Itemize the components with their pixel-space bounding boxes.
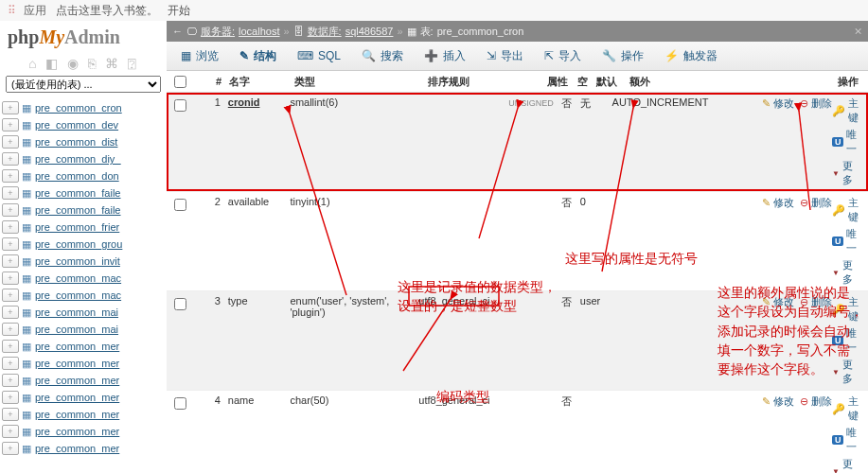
breadcrumb-db[interactable]: sql486587 xyxy=(345,26,394,37)
start-link[interactable]: 开始 xyxy=(168,3,190,19)
tree-item[interactable]: +▦pre_common_frier xyxy=(2,219,167,236)
column-name[interactable]: cronid xyxy=(228,96,260,108)
row-checkbox[interactable] xyxy=(174,99,186,112)
expand-icon[interactable]: + xyxy=(2,374,19,387)
primary-key-link[interactable]: 🔑主键 xyxy=(832,196,859,224)
edit-link[interactable]: ✎修改 xyxy=(762,394,794,409)
tree-item[interactable]: +▦pre_common_mer xyxy=(2,355,167,372)
expand-icon[interactable]: + xyxy=(2,203,19,217)
tree-item[interactable]: +▦pre_common_grou xyxy=(2,236,167,253)
expand-icon[interactable]: + xyxy=(2,152,19,166)
select-all-checkbox[interactable] xyxy=(174,76,186,88)
edit-link[interactable]: ✎修改 xyxy=(762,96,794,111)
tree-item[interactable]: +▦pre_common_mer xyxy=(2,372,167,389)
tree-item[interactable]: +▦pre_common_mai xyxy=(2,304,167,321)
drop-link[interactable]: ⊖删除 xyxy=(800,394,832,409)
header-name[interactable]: 名字 xyxy=(229,75,293,89)
header-extra[interactable]: 额外 xyxy=(629,75,736,89)
expand-icon[interactable]: + xyxy=(2,323,19,336)
recent-tables-select[interactable]: (最近使用的表) ... xyxy=(6,76,161,93)
tab-export[interactable]: ⇲导出 xyxy=(478,45,532,67)
drop-link[interactable]: ⊖删除 xyxy=(800,196,832,210)
unique-link[interactable]: U唯一 xyxy=(832,426,859,454)
row-checkbox[interactable] xyxy=(174,199,186,211)
unique-link[interactable]: U唯一 xyxy=(832,227,859,255)
nav-icons-row[interactable]: ⌂ ◧ ◉ ⎘ ⌘ ⍰ xyxy=(0,54,167,73)
tree-item[interactable]: +▦pre_common_dist xyxy=(2,133,167,150)
row-checkbox[interactable] xyxy=(174,397,186,410)
expand-icon[interactable]: + xyxy=(2,135,19,149)
tab-insert[interactable]: ➕插入 xyxy=(416,45,474,67)
apps-label[interactable]: 应用 xyxy=(24,3,46,19)
more-link[interactable]: ▼更多 xyxy=(832,358,859,386)
more-link[interactable]: ▼更多 xyxy=(832,159,859,187)
expand-icon[interactable]: + xyxy=(2,254,19,268)
header-type[interactable]: 类型 xyxy=(294,75,429,89)
tab-triggers[interactable]: ⚡触发器 xyxy=(656,45,726,67)
drop-link[interactable]: ⊖删除 xyxy=(800,96,832,111)
column-name[interactable]: type xyxy=(228,295,248,307)
bookmark-hint[interactable]: 点击这里导入书签。 xyxy=(56,3,158,19)
tree-item[interactable]: +▦pre_common_mer xyxy=(2,338,167,355)
column-name[interactable]: name xyxy=(228,394,255,406)
column-name[interactable]: available xyxy=(228,196,269,207)
expand-icon[interactable]: + xyxy=(2,306,19,319)
tab-sql[interactable]: ⌨SQL xyxy=(289,46,349,65)
more-link[interactable]: ▼更多 xyxy=(832,258,859,287)
expand-icon[interactable]: + xyxy=(2,272,19,285)
tree-item[interactable]: +▦pre_common_dev xyxy=(2,116,167,133)
header-default[interactable]: 默认 xyxy=(596,75,629,89)
expand-icon[interactable]: + xyxy=(2,340,19,353)
header-null[interactable]: 空 xyxy=(568,75,595,89)
expand-icon[interactable]: + xyxy=(2,237,19,251)
unique-link[interactable]: U唯一 xyxy=(832,326,859,355)
recent-tables-dropdown[interactable]: (最近使用的表) ... xyxy=(6,76,161,93)
primary-key-link[interactable]: 🔑主键 xyxy=(832,295,859,324)
tab-import[interactable]: ⇱导入 xyxy=(536,45,590,67)
tree-item[interactable]: +▦pre_common_mer xyxy=(2,406,167,423)
tab-search[interactable]: 🔍搜索 xyxy=(353,45,412,67)
primary-key-link[interactable]: 🔑主键 xyxy=(832,96,859,125)
expand-icon[interactable]: + xyxy=(2,220,19,234)
expand-icon[interactable]: + xyxy=(2,357,19,370)
tree-item[interactable]: +▦pre_common_mer xyxy=(2,440,167,457)
more-link[interactable]: ▼更多 xyxy=(832,457,859,473)
tree-item[interactable]: +▦pre_common_invit xyxy=(2,253,167,270)
unique-link[interactable]: U唯一 xyxy=(832,128,859,156)
tab-structure[interactable]: ✎结构 xyxy=(231,45,285,67)
breadcrumb-close-icon[interactable]: ⨯ xyxy=(854,26,862,38)
header-hash[interactable]: # xyxy=(189,76,229,87)
header-attributes[interactable]: 属性 xyxy=(517,75,569,89)
edit-link[interactable]: ✎修改 xyxy=(762,196,794,210)
expand-icon[interactable]: + xyxy=(2,169,19,183)
tree-item[interactable]: +▦pre_common_mer xyxy=(2,389,167,406)
tree-item[interactable]: +▦pre_common_mac xyxy=(2,270,167,287)
breadcrumb: ← 🖵 服务器: localhost » 🗄 数据库: sql486587 » … xyxy=(167,21,868,42)
tree-item[interactable]: +▦pre_common_diy_ xyxy=(2,150,167,167)
header-collation[interactable]: 排序规则 xyxy=(428,75,517,89)
breadcrumb-server[interactable]: localhost xyxy=(239,26,279,37)
expand-icon[interactable]: + xyxy=(2,186,19,200)
tree-item-label: pre_common_mer xyxy=(35,409,119,420)
tree-item[interactable]: +▦pre_common_mai xyxy=(2,321,167,338)
expand-icon[interactable]: + xyxy=(2,101,19,114)
expand-icon[interactable]: + xyxy=(2,289,19,302)
primary-key-link[interactable]: 🔑主键 xyxy=(832,394,859,423)
tree-item[interactable]: +▦pre_common_faile xyxy=(2,184,167,201)
expand-icon[interactable]: + xyxy=(2,408,19,421)
expand-icon[interactable]: + xyxy=(2,425,19,438)
expand-icon[interactable]: + xyxy=(2,118,19,131)
row-checkbox[interactable] xyxy=(174,298,186,310)
expand-icon[interactable]: + xyxy=(2,442,19,455)
breadcrumb-collapse-icon[interactable]: ← xyxy=(172,26,183,37)
tree-item[interactable]: +▦pre_common_mer xyxy=(2,423,167,440)
tree-item[interactable]: +▦pre_common_cron xyxy=(2,99,167,116)
drop-link[interactable]: ⊖删除 xyxy=(800,295,832,309)
edit-link[interactable]: ✎修改 xyxy=(762,295,794,309)
tree-item[interactable]: +▦pre_common_don xyxy=(2,167,167,184)
expand-icon[interactable]: + xyxy=(2,391,19,404)
tree-item[interactable]: +▦pre_common_mac xyxy=(2,287,167,304)
tab-browse[interactable]: ▦浏览 xyxy=(172,45,227,67)
tab-operations[interactable]: 🔧操作 xyxy=(593,45,652,67)
tree-item[interactable]: +▦pre_common_faile xyxy=(2,201,167,219)
